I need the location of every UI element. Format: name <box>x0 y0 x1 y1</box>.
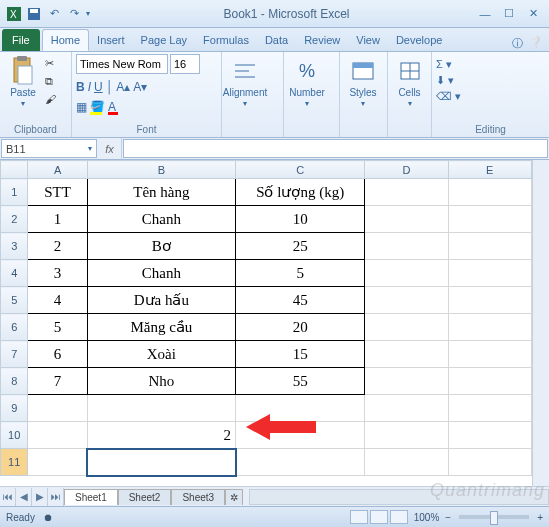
row-header[interactable]: 2 <box>1 206 28 233</box>
cell[interactable] <box>448 179 531 206</box>
shrink-font-icon[interactable]: A▾ <box>133 80 147 94</box>
col-header-c[interactable]: C <box>236 161 365 179</box>
help-icon[interactable]: ❔ <box>529 36 543 51</box>
cell[interactable]: 5 <box>28 314 87 341</box>
cell[interactable]: 5 <box>236 260 365 287</box>
cell[interactable] <box>448 206 531 233</box>
cell[interactable] <box>448 368 531 395</box>
redo-icon[interactable]: ↷ <box>66 6 82 22</box>
sheet-tab-1[interactable]: Sheet1 <box>64 489 118 505</box>
cell[interactable] <box>365 206 448 233</box>
cell[interactable]: Dưa hấu <box>87 287 235 314</box>
cell[interactable]: 2 <box>28 233 87 260</box>
clear-icon[interactable]: ⌫ ▾ <box>436 90 461 103</box>
vertical-scrollbar[interactable] <box>532 160 549 486</box>
autosum-icon[interactable]: Σ ▾ <box>436 58 452 71</box>
row-header[interactable]: 4 <box>1 260 28 287</box>
cell[interactable]: Măng cầu <box>87 314 235 341</box>
cell[interactable] <box>448 395 531 422</box>
fill-icon[interactable]: ⬇ ▾ <box>436 74 454 87</box>
tab-insert[interactable]: Insert <box>89 29 133 51</box>
zoom-level[interactable]: 100% <box>414 512 440 523</box>
maximize-icon[interactable]: ☐ <box>501 6 517 22</box>
tab-view[interactable]: View <box>348 29 388 51</box>
border-icon[interactable]: ▦ <box>76 100 87 114</box>
col-header-d[interactable]: D <box>365 161 448 179</box>
save-icon[interactable] <box>26 6 42 22</box>
sheet-nav-next-icon[interactable]: ▶ <box>32 488 48 506</box>
minimize-icon[interactable]: — <box>477 6 493 22</box>
row-header[interactable]: 5 <box>1 287 28 314</box>
row-header[interactable]: 7 <box>1 341 28 368</box>
fill-color-icon[interactable]: 🪣 <box>90 100 105 114</box>
cell[interactable]: Số lượng (kg) <box>236 179 365 206</box>
new-sheet-icon[interactable]: ✲ <box>225 489 243 505</box>
cell[interactable] <box>87 395 235 422</box>
tab-home[interactable]: Home <box>42 29 89 51</box>
cell[interactable] <box>365 395 448 422</box>
cell[interactable] <box>448 233 531 260</box>
cell[interactable]: 15 <box>236 341 365 368</box>
cell[interactable] <box>365 287 448 314</box>
format-painter-icon[interactable]: 🖌 <box>45 93 61 109</box>
font-size-select[interactable] <box>170 54 200 74</box>
tab-formulas[interactable]: Formulas <box>195 29 257 51</box>
font-color-icon[interactable]: A <box>108 100 116 114</box>
view-page-break-icon[interactable] <box>390 510 408 524</box>
underline-button[interactable]: U <box>94 80 103 94</box>
number-button[interactable]: % Number▾ <box>288 54 326 108</box>
zoom-in-icon[interactable]: + <box>537 512 543 523</box>
cell[interactable]: STT <box>28 179 87 206</box>
row-header[interactable]: 1 <box>1 179 28 206</box>
cell[interactable]: Chanh <box>87 260 235 287</box>
col-header-b[interactable]: B <box>87 161 235 179</box>
cell[interactable] <box>28 422 87 449</box>
row-header[interactable]: 9 <box>1 395 28 422</box>
cell[interactable]: 1 <box>28 206 87 233</box>
cell[interactable] <box>448 449 531 476</box>
undo-icon[interactable]: ↶ <box>46 6 62 22</box>
paste-button[interactable]: Paste ▾ <box>4 54 42 108</box>
alignment-button[interactable]: Alignment▾ <box>226 54 264 108</box>
cell[interactable]: 3 <box>28 260 87 287</box>
sheet-nav-last-icon[interactable]: ⏭ <box>48 488 64 506</box>
italic-button[interactable]: I <box>88 80 91 94</box>
sheet-tab-2[interactable]: Sheet2 <box>118 489 172 505</box>
cell[interactable] <box>448 341 531 368</box>
tab-page-layout[interactable]: Page Lay <box>133 29 195 51</box>
tab-developer[interactable]: Develope <box>388 29 450 51</box>
grow-font-icon[interactable]: A▴ <box>116 80 130 94</box>
cell[interactable]: Tên hàng <box>87 179 235 206</box>
copy-icon[interactable]: ⧉ <box>45 75 61 91</box>
row-header[interactable]: 11 <box>1 449 28 476</box>
row-header[interactable]: 3 <box>1 233 28 260</box>
row-header[interactable]: 6 <box>1 314 28 341</box>
cell[interactable] <box>28 449 87 476</box>
zoom-slider[interactable] <box>459 515 529 519</box>
close-icon[interactable]: ✕ <box>525 6 541 22</box>
formula-input[interactable] <box>123 139 548 158</box>
cell[interactable] <box>365 368 448 395</box>
horizontal-scrollbar[interactable] <box>249 489 549 505</box>
tab-file[interactable]: File <box>2 29 40 51</box>
cell[interactable]: 6 <box>28 341 87 368</box>
cell[interactable] <box>28 395 87 422</box>
cell[interactable] <box>365 449 448 476</box>
font-name-select[interactable] <box>76 54 168 74</box>
qat-customize-icon[interactable]: ▾ <box>86 9 90 18</box>
cell[interactable]: 25 <box>236 233 365 260</box>
cut-icon[interactable]: ✂ <box>45 57 61 73</box>
cell[interactable]: Nho <box>87 368 235 395</box>
cell[interactable] <box>365 179 448 206</box>
cell[interactable]: 7 <box>28 368 87 395</box>
cell[interactable]: 4 <box>28 287 87 314</box>
sheet-tab-3[interactable]: Sheet3 <box>171 489 225 505</box>
cell[interactable]: 55 <box>236 368 365 395</box>
cell[interactable] <box>365 233 448 260</box>
styles-button[interactable]: Styles▾ <box>344 54 382 108</box>
cell[interactable] <box>448 260 531 287</box>
select-all-corner[interactable] <box>1 161 28 179</box>
cell-b10[interactable]: 2 <box>87 422 235 449</box>
cell[interactable] <box>448 422 531 449</box>
tab-review[interactable]: Review <box>296 29 348 51</box>
